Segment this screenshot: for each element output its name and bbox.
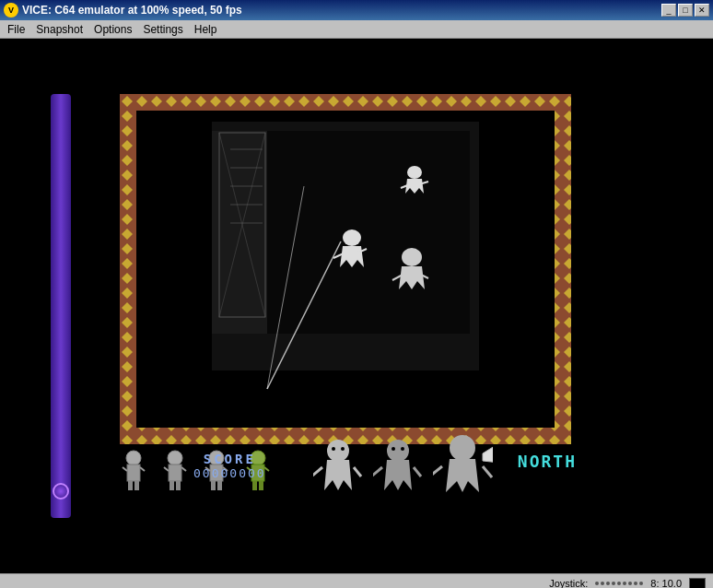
joystick-indicator — [595, 582, 643, 585]
menu-help[interactable]: Help — [189, 21, 223, 38]
svg-line-37 — [164, 467, 169, 471]
joy-dot-3 — [606, 582, 610, 585]
joy-dot-6 — [623, 582, 626, 585]
svg-marker-69 — [483, 444, 493, 463]
title-buttons: _ □ ✕ — [661, 4, 709, 17]
hud-ghost-2 — [373, 440, 424, 500]
joy-dot-1 — [595, 582, 599, 585]
hud-ghost-3 — [433, 435, 493, 500]
menu-bar: File Snapshot Options Settings Help — [0, 20, 713, 39]
app-icon: V — [4, 3, 18, 18]
status-bar: Joystick: 8: 10.0 — [0, 573, 713, 588]
hud-character-1 — [115, 449, 152, 495]
svg-point-58 — [341, 447, 345, 451]
hud-ghost-1 — [313, 440, 364, 500]
menu-settings[interactable]: Settings — [137, 21, 188, 38]
hud-character-2 — [157, 449, 193, 495]
joy-dot-7 — [628, 582, 632, 585]
svg-point-65 — [450, 435, 475, 461]
menu-options[interactable]: Options — [88, 21, 137, 38]
svg-point-35 — [168, 451, 182, 465]
menu-snapshot[interactable]: Snapshot — [30, 21, 88, 38]
left-sidebar-bar — [51, 94, 71, 518]
joystick-label: Joystick: — [549, 578, 588, 589]
svg-point-25 — [402, 248, 422, 266]
svg-point-64 — [401, 447, 404, 451]
close-button[interactable]: ✕ — [695, 4, 709, 17]
speed-display: 8: 10.0 — [650, 578, 682, 589]
score-label: SCORE — [193, 452, 266, 466]
menu-file[interactable]: File — [2, 21, 30, 38]
svg-line-56 — [354, 467, 361, 476]
svg-point-57 — [332, 447, 335, 451]
svg-marker-60 — [384, 460, 412, 490]
joy-dot-2 — [601, 582, 604, 585]
svg-line-61 — [373, 467, 382, 476]
svg-point-17 — [407, 166, 422, 179]
svg-rect-52 — [259, 481, 263, 490]
game-scene-svg — [120, 94, 571, 444]
svg-rect-40 — [176, 481, 181, 490]
svg-rect-34 — [134, 481, 139, 490]
svg-point-63 — [392, 447, 395, 451]
svg-line-32 — [140, 467, 145, 471]
sidebar-circle-icon — [53, 483, 69, 500]
svg-rect-45 — [211, 481, 216, 490]
color-indicator — [689, 578, 706, 589]
svg-line-67 — [433, 466, 442, 477]
svg-line-62 — [414, 467, 421, 476]
svg-line-68 — [483, 466, 492, 477]
joy-dot-4 — [612, 582, 615, 585]
svg-line-55 — [313, 467, 322, 476]
game-screen — [120, 94, 571, 444]
direction-indicator: NORTH — [518, 452, 577, 471]
hud-ghost-characters — [313, 435, 493, 500]
svg-rect-30 — [127, 465, 140, 481]
svg-point-53 — [327, 440, 349, 462]
svg-line-38 — [181, 467, 186, 471]
joy-dot-8 — [634, 582, 637, 585]
svg-rect-6 — [212, 131, 267, 334]
minimize-button[interactable]: _ — [661, 4, 676, 17]
svg-rect-51 — [252, 481, 257, 490]
svg-point-59 — [387, 440, 409, 462]
score-display: SCORE 00000000 — [193, 452, 266, 480]
maximize-button[interactable]: □ — [678, 4, 693, 17]
svg-line-31 — [123, 467, 127, 471]
joy-dot-5 — [617, 582, 621, 585]
svg-point-29 — [126, 451, 141, 465]
svg-rect-36 — [169, 465, 181, 481]
svg-rect-39 — [169, 481, 174, 490]
svg-marker-54 — [324, 460, 352, 490]
main-content: SCORE 00000000 NORTH — [0, 39, 713, 573]
score-value: 00000000 — [193, 466, 266, 480]
title-bar-left: V VICE: C64 emulator at 100% speed, 50 f… — [4, 3, 242, 18]
svg-marker-66 — [446, 459, 479, 492]
window-title: VICE: C64 emulator at 100% speed, 50 fps — [22, 4, 242, 17]
joy-dot-9 — [639, 582, 643, 585]
svg-point-21 — [343, 229, 361, 246]
svg-rect-46 — [217, 481, 222, 490]
title-bar: V VICE: C64 emulator at 100% speed, 50 f… — [0, 0, 713, 20]
svg-rect-33 — [128, 481, 133, 490]
